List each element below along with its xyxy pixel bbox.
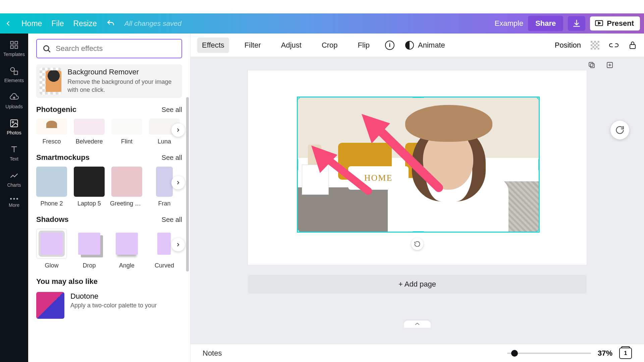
section-title-photogenic: Photogenic xyxy=(36,105,76,114)
section-title-shadows: Shadows xyxy=(36,215,69,224)
editor-area: Effects Filter Adjust Crop Flip i Animat… xyxy=(191,34,644,362)
resize-handle-br[interactable] xyxy=(537,230,540,233)
svg-rect-4 xyxy=(11,46,13,48)
file-menu[interactable]: File xyxy=(51,19,64,28)
add-page-button[interactable]: + Add page xyxy=(248,275,587,294)
add-page-icon[interactable] xyxy=(606,61,614,69)
crop-button[interactable]: Crop xyxy=(317,38,342,53)
nav-sidebar: Templates Elements Uploads Photos Text C… xyxy=(0,34,28,362)
see-all-shadows[interactable]: See all xyxy=(162,216,182,224)
svg-point-11 xyxy=(13,198,15,199)
floating-action-button[interactable] xyxy=(610,121,629,139)
nav-charts[interactable]: Charts xyxy=(7,171,21,188)
flip-button[interactable]: Flip xyxy=(353,38,374,53)
svg-point-10 xyxy=(10,198,12,199)
section-title-smartmockups: Smartmockups xyxy=(36,153,90,162)
nav-elements[interactable]: Elements xyxy=(4,66,24,83)
download-button[interactable] xyxy=(568,16,585,31)
effect-duotone-card[interactable]: Duotone Apply a two-color palette to you… xyxy=(36,292,182,319)
duplicate-page-icon[interactable] xyxy=(588,61,596,69)
shadow-drop[interactable]: Drop xyxy=(74,229,105,269)
svg-point-12 xyxy=(16,198,18,199)
svg-rect-3 xyxy=(15,42,17,44)
svg-line-14 xyxy=(48,50,50,52)
see-all-photogenic[interactable]: See all xyxy=(162,106,182,114)
rotate-handle[interactable] xyxy=(411,238,423,250)
resize-button[interactable]: Resize xyxy=(73,19,97,28)
resize-handle-tr[interactable] xyxy=(537,97,540,100)
transparency-icon[interactable] xyxy=(590,41,600,50)
smartmockups-next-button[interactable] xyxy=(171,176,185,189)
resize-handle-top[interactable] xyxy=(412,97,425,98)
position-button[interactable]: Position xyxy=(555,41,581,50)
mockup-greeting-card[interactable]: Greeting car... xyxy=(111,167,142,207)
resize-handle-tl[interactable] xyxy=(297,97,300,100)
collapse-tab[interactable] xyxy=(404,320,431,328)
background-remover-title: Background Remover xyxy=(67,68,179,76)
nav-more[interactable]: More xyxy=(9,197,19,208)
effect-fresco[interactable]: Fresco xyxy=(36,119,67,145)
svg-point-9 xyxy=(12,121,14,123)
mockup-laptop-5[interactable]: Laptop 5 xyxy=(74,167,105,207)
duotone-desc: Apply a two-color palette to your xyxy=(70,302,157,309)
zoom-slider[interactable] xyxy=(507,353,591,354)
undo-button[interactable] xyxy=(106,19,115,28)
search-effects-input[interactable] xyxy=(36,39,182,58)
resize-handle-right[interactable] xyxy=(538,158,540,171)
svg-rect-15 xyxy=(591,41,599,50)
page-count-button[interactable]: 1 xyxy=(619,348,632,359)
lock-icon[interactable] xyxy=(628,41,637,50)
see-all-smartmockups[interactable]: See all xyxy=(162,154,182,162)
duotone-thumb xyxy=(36,292,64,319)
notes-button[interactable]: Notes xyxy=(203,349,222,358)
photogenic-next-button[interactable] xyxy=(171,123,185,137)
mockup-phone-2[interactable]: Phone 2 xyxy=(36,167,67,207)
link-icon[interactable] xyxy=(609,41,619,50)
app-header: Home File Resize All changes saved Examp… xyxy=(0,13,644,34)
bottom-bar: Notes 37% 1 xyxy=(191,344,644,362)
shadow-angle[interactable]: Angle xyxy=(111,229,142,269)
search-icon xyxy=(42,44,51,53)
nav-photos[interactable]: Photos xyxy=(7,119,21,135)
zoom-value: 37% xyxy=(598,349,612,358)
svg-line-25 xyxy=(373,124,439,188)
duotone-title: Duotone xyxy=(70,292,157,301)
background-remover-desc: Remove the background of your image with… xyxy=(67,78,179,94)
effect-belvedere[interactable]: Belvedere xyxy=(74,119,105,145)
home-link[interactable]: Home xyxy=(21,19,42,28)
shadow-glow[interactable]: Glow xyxy=(36,229,67,269)
svg-rect-19 xyxy=(590,64,594,68)
resize-handle-bottom[interactable] xyxy=(412,231,425,233)
info-icon[interactable]: i xyxy=(385,41,394,50)
image-toolbar: Effects Filter Adjust Crop Flip i Animat… xyxy=(191,34,644,57)
zoom-slider-thumb[interactable] xyxy=(511,350,518,357)
section-title-you-may-also-like: You may also like xyxy=(36,277,182,286)
canvas-area[interactable]: HOME xyxy=(191,57,644,344)
animate-icon xyxy=(405,41,414,50)
effects-panel: Background Remover Remove the background… xyxy=(28,34,191,362)
nav-text[interactable]: Text xyxy=(9,145,19,162)
svg-rect-2 xyxy=(11,42,13,44)
annotation-arrow-bg-remover xyxy=(298,141,378,198)
background-remover-card[interactable]: Background Remover Remove the background… xyxy=(36,64,182,98)
effects-button[interactable]: Effects xyxy=(197,38,229,53)
svg-marker-1 xyxy=(598,22,601,24)
back-button[interactable] xyxy=(4,19,12,27)
share-button[interactable]: Share xyxy=(528,16,563,31)
svg-rect-5 xyxy=(15,46,17,48)
background-remover-thumb xyxy=(40,68,61,95)
effect-flint[interactable]: Flint xyxy=(111,119,142,145)
present-button[interactable]: Present xyxy=(590,16,640,31)
save-status: All changes saved xyxy=(124,19,181,27)
shadows-next-button[interactable] xyxy=(171,238,185,251)
svg-rect-7 xyxy=(14,71,18,75)
design-title[interactable]: Example xyxy=(495,19,524,28)
svg-rect-20 xyxy=(589,62,593,66)
animate-button[interactable]: Animate xyxy=(418,38,450,53)
panel-scrollbar[interactable] xyxy=(186,97,189,272)
nav-uploads[interactable]: Uploads xyxy=(5,93,22,109)
nav-templates[interactable]: Templates xyxy=(3,40,25,57)
svg-rect-8 xyxy=(11,120,18,127)
filter-button[interactable]: Filter xyxy=(240,38,266,53)
adjust-button[interactable]: Adjust xyxy=(276,38,306,53)
